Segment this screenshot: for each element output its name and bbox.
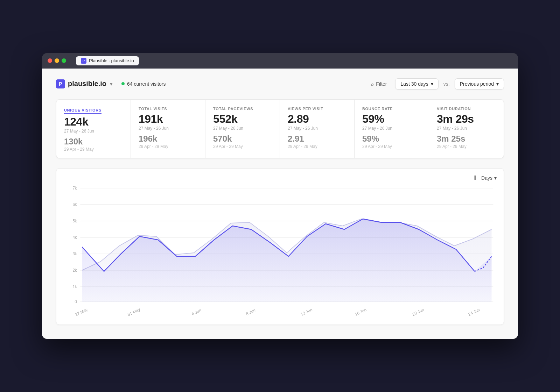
stat-date-bounce-rate: 27 May - 26 Jun xyxy=(362,126,421,131)
stat-prev-date-total-pageviews: 29 Apr - 29 May xyxy=(213,144,272,149)
stat-value-views-per-visit: 2.89 xyxy=(288,113,346,125)
comparison-dropdown[interactable]: Previous period ▾ xyxy=(455,78,504,90)
stat-label-total-pageviews: TOTAL PAGEVIEWS xyxy=(213,107,272,111)
filter-icon: ⌕ xyxy=(371,81,374,87)
svg-text:8 Jun: 8 Jun xyxy=(245,308,256,316)
current-visitors-badge[interactable]: 64 current visitors xyxy=(121,81,166,87)
svg-text:12 Jun: 12 Jun xyxy=(300,307,313,317)
svg-text:24 Jun: 24 Jun xyxy=(468,307,481,317)
close-button[interactable] xyxy=(48,58,52,63)
stat-date-total-pageviews: 27 May - 26 Jun xyxy=(213,126,272,131)
stat-label-total-visits: TOTAL VISITS xyxy=(139,107,197,111)
chart-wrapper: ⬇ Days ▾ xyxy=(56,168,504,325)
vs-label: vs. xyxy=(443,81,450,87)
stat-label-unique-visitors: UNIQUE VISITORS xyxy=(64,108,102,114)
current-visitors-text: 64 current visitors xyxy=(127,81,166,87)
svg-text:20 Jun: 20 Jun xyxy=(412,307,425,317)
filter-label: Filter xyxy=(376,81,387,87)
maximize-button[interactable] xyxy=(62,58,66,63)
days-chevron-icon: ▾ xyxy=(494,175,497,181)
stat-label-visit-duration: VISIT DURATION xyxy=(437,107,496,111)
comparison-label: Previous period xyxy=(460,81,494,87)
download-button[interactable]: ⬇ xyxy=(472,174,478,182)
stat-value-bounce-rate: 59% xyxy=(362,113,421,125)
stat-value-unique-visitors: 124k xyxy=(64,116,123,128)
stat-date-visit-duration: 27 May - 26 Jun xyxy=(437,126,496,131)
browser-tab[interactable]: P Plausible · plausible.io xyxy=(76,56,139,65)
stat-prev-value-unique-visitors: 130k xyxy=(64,137,123,146)
comparison-chevron-icon: ▾ xyxy=(496,81,499,87)
logo[interactable]: P plausible.io ▾ xyxy=(56,79,112,88)
stat-prev-date-total-visits: 29 Apr - 29 May xyxy=(139,144,197,149)
stat-card-total-visits[interactable]: TOTAL VISITS 191k 27 May - 26 Jun 196k 2… xyxy=(131,100,205,158)
online-indicator xyxy=(121,82,125,85)
stat-prev-value-views-per-visit: 2.91 xyxy=(288,134,346,143)
logo-text: plausible.io xyxy=(68,80,106,88)
stat-prev-date-bounce-rate: 29 Apr - 29 May xyxy=(362,144,421,149)
svg-text:31 May: 31 May xyxy=(127,307,141,318)
logo-icon: P xyxy=(56,79,65,88)
stat-date-views-per-visit: 27 May - 26 Jun xyxy=(288,126,346,131)
logo-chevron-icon: ▾ xyxy=(110,81,112,87)
svg-text:2k: 2k xyxy=(72,268,77,273)
svg-text:3k: 3k xyxy=(72,251,77,256)
days-label: Days xyxy=(481,175,492,181)
stat-date-unique-visitors: 27 May - 26 Jun xyxy=(64,129,123,134)
stat-prev-value-total-pageviews: 570k xyxy=(213,134,272,143)
header-controls: ⌕ Filter Last 30 days ▾ vs. Previous per… xyxy=(368,78,504,90)
svg-text:4k: 4k xyxy=(72,235,77,240)
svg-text:27 May: 27 May xyxy=(74,307,88,318)
stat-card-views-per-visit[interactable]: VIEWS PER VISIT 2.89 27 May - 26 Jun 2.9… xyxy=(280,100,355,158)
tab-favicon: P xyxy=(81,58,86,64)
stat-card-total-pageviews[interactable]: TOTAL PAGEVIEWS 552k 27 May - 26 Jun 570… xyxy=(205,100,280,158)
header: P plausible.io ▾ 64 current visitors ⌕ F… xyxy=(56,78,504,90)
stat-label-views-per-visit: VIEWS PER VISIT xyxy=(288,107,346,111)
stat-label-bounce-rate: BOUNCE RATE xyxy=(362,107,421,111)
title-bar: P Plausible · plausible.io xyxy=(42,53,518,69)
stat-prev-value-total-visits: 196k xyxy=(139,134,197,143)
chart-controls: ⬇ Days ▾ xyxy=(63,174,497,182)
stat-card-bounce-rate[interactable]: BOUNCE RATE 59% 27 May - 26 Jun 59% 29 A… xyxy=(355,100,429,158)
svg-text:5k: 5k xyxy=(72,219,77,223)
stat-card-unique-visitors[interactable]: UNIQUE VISITORS 124k 27 May - 26 Jun 130… xyxy=(56,100,131,158)
stat-value-total-visits: 191k xyxy=(139,113,197,125)
svg-text:1k: 1k xyxy=(72,284,77,289)
svg-text:4 Jun: 4 Jun xyxy=(191,308,202,316)
stats-row: UNIQUE VISITORS 124k 27 May - 26 Jun 130… xyxy=(56,99,504,159)
days-dropdown[interactable]: Days ▾ xyxy=(481,175,497,181)
svg-text:6k: 6k xyxy=(72,202,77,207)
stat-prev-date-unique-visitors: 29 Apr - 29 May xyxy=(64,147,123,152)
tab-title: Plausible · plausible.io xyxy=(89,58,134,63)
svg-text:16 Jun: 16 Jun xyxy=(354,307,367,317)
stat-prev-date-visit-duration: 29 Apr - 29 May xyxy=(437,144,496,149)
download-icon: ⬇ xyxy=(472,174,478,181)
browser-window: P Plausible · plausible.io P plausible.i… xyxy=(42,53,518,339)
stat-prev-value-visit-duration: 3m 25s xyxy=(437,134,496,143)
minimize-button[interactable] xyxy=(55,58,59,63)
svg-text:7k: 7k xyxy=(72,186,77,191)
period-label: Last 30 days xyxy=(400,81,428,87)
traffic-lights xyxy=(48,58,66,63)
content-area: P plausible.io ▾ 64 current visitors ⌕ F… xyxy=(42,69,518,339)
stat-value-total-pageviews: 552k xyxy=(213,113,272,125)
stat-value-visit-duration: 3m 29s xyxy=(437,113,496,125)
period-dropdown[interactable]: Last 30 days ▾ xyxy=(395,78,438,90)
main-period-fill xyxy=(82,219,491,302)
chart-container: 7k 6k 5k 4k 3k 2k 1k 0 xyxy=(63,185,497,318)
stat-prev-date-views-per-visit: 29 Apr - 29 May xyxy=(288,144,346,149)
main-chart: 7k 6k 5k 4k 3k 2k 1k 0 xyxy=(63,185,497,318)
stat-card-visit-duration[interactable]: VISIT DURATION 3m 29s 27 May - 26 Jun 3m… xyxy=(429,100,504,158)
period-chevron-icon: ▾ xyxy=(431,81,433,87)
stat-date-total-visits: 27 May - 26 Jun xyxy=(139,126,197,131)
stat-prev-value-bounce-rate: 59% xyxy=(362,134,421,143)
svg-text:0: 0 xyxy=(75,299,77,304)
filter-button[interactable]: ⌕ Filter xyxy=(368,79,390,89)
